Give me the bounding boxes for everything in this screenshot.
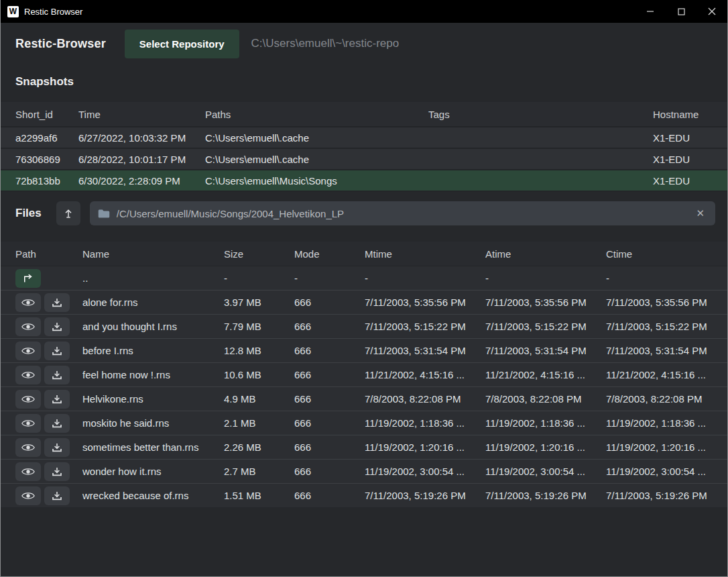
download-icon	[52, 466, 62, 477]
select-repository-button[interactable]: Select Repository	[125, 30, 239, 58]
snapshots-column-header-tags: Tags	[428, 109, 653, 120]
file-row[interactable]: wrecked because of.rns1.51 MB6667/11/200…	[1, 483, 727, 507]
download-icon	[52, 346, 62, 356]
file-row[interactable]: ..-----	[1, 266, 727, 290]
file-row-actions	[15, 390, 82, 409]
file-mode: 666	[294, 297, 365, 308]
clear-path-button[interactable]: ✕	[693, 206, 707, 221]
file-mtime: 7/11/2003, 5:19:26 PM	[365, 490, 485, 501]
repository-path: C:\Users\emuell\~\restic-repo	[251, 37, 400, 50]
snapshots-column-header-hostname: Hostname	[653, 109, 727, 120]
file-row[interactable]: wonder how it.rns2.7 MB66611/19/2002, 3:…	[1, 459, 727, 483]
file-mtime: -	[365, 272, 485, 284]
file-name: before I.rns	[82, 345, 224, 356]
file-row-actions	[15, 414, 82, 433]
app-logo-icon: W	[7, 6, 19, 17]
file-size: 7.79 MB	[224, 321, 294, 332]
download-file-button[interactable]	[44, 317, 70, 336]
current-path-input[interactable]: /C/Users/emuell/Music/Songs/2004_Helveti…	[90, 201, 715, 225]
download-icon	[52, 370, 62, 380]
file-row[interactable]: Helvikone.rns4.9 MB6667/8/2003, 8:22:08 …	[1, 386, 727, 411]
download-file-button[interactable]	[44, 486, 70, 505]
snapshot-row[interactable]: 72b813bb6/30/2022, 2:28:09 PMC:\Users\em…	[1, 170, 727, 192]
view-file-button[interactable]	[15, 438, 41, 457]
file-atime: 11/21/2002, 4:15:16 ...	[485, 369, 606, 380]
file-ctime: 11/21/2002, 4:15:16 ...	[606, 369, 727, 380]
file-row[interactable]: moskito he said.rns2.1 MB66611/19/2002, …	[1, 411, 727, 435]
file-mode: 666	[294, 417, 365, 429]
file-ctime: -	[606, 272, 727, 284]
download-file-button[interactable]	[44, 293, 70, 312]
files-column-header-mode: Mode	[294, 248, 365, 260]
file-atime: -	[485, 272, 606, 284]
files-column-header-ctime: Ctime	[606, 248, 727, 260]
eye-icon	[21, 298, 35, 307]
parent-directory-button[interactable]	[15, 269, 41, 288]
file-size: 1.51 MB	[224, 490, 294, 501]
snapshot-row[interactable]: 763068696/28/2022, 10:01:17 PMC:\Users\e…	[1, 149, 727, 170]
minimize-icon	[646, 7, 654, 15]
file-mode: 666	[294, 345, 365, 356]
file-row[interactable]: before I.rns12.8 MB6667/11/2003, 5:31:54…	[1, 338, 727, 362]
file-row[interactable]: sometimes better than.rns2.26 MB66611/19…	[1, 435, 727, 459]
snapshot-time: 6/27/2022, 10:03:32 PM	[78, 132, 205, 144]
view-file-button[interactable]	[15, 390, 41, 409]
view-file-button[interactable]	[15, 366, 41, 384]
app-title: Restic-Browser	[15, 37, 106, 51]
folder-icon	[98, 209, 110, 219]
files-column-header-path: Path	[15, 248, 82, 260]
snapshot-hostname: X1-EDU	[653, 175, 727, 187]
file-row-actions	[15, 366, 82, 384]
files-heading: Files	[15, 207, 42, 220]
view-file-button[interactable]	[15, 462, 41, 481]
file-name: ..	[82, 272, 224, 284]
file-mode: -	[294, 272, 365, 284]
maximize-button[interactable]	[666, 0, 696, 23]
snapshot-paths: C:\Users\emuell\Music\Songs	[205, 175, 428, 187]
file-size: 2.7 MB	[224, 466, 294, 477]
file-mode: 666	[294, 490, 365, 501]
view-file-button[interactable]	[15, 414, 41, 433]
files-column-header-atime: Atime	[485, 248, 606, 260]
download-file-button[interactable]	[44, 390, 70, 409]
title-bar: W Restic Browser	[1, 0, 727, 23]
file-ctime: 11/19/2002, 1:18:36 ...	[606, 417, 727, 429]
file-row-actions	[15, 342, 82, 360]
window-title: Restic Browser	[24, 7, 635, 17]
download-file-button[interactable]	[44, 366, 70, 384]
view-file-button[interactable]	[15, 486, 41, 505]
file-row-actions	[15, 462, 82, 481]
go-up-directory-button[interactable]	[56, 201, 80, 225]
eye-icon	[21, 346, 35, 356]
snapshot-time: 6/28/2022, 10:01:17 PM	[78, 154, 205, 165]
file-mode: 666	[294, 393, 365, 405]
close-button[interactable]	[696, 0, 727, 23]
download-file-button[interactable]	[44, 438, 70, 457]
download-file-button[interactable]	[44, 462, 70, 481]
snapshot-short-id: 76306869	[15, 154, 78, 165]
file-name: wrecked because of.rns	[82, 490, 224, 501]
file-mtime: 7/11/2003, 5:35:56 PM	[365, 297, 485, 308]
view-file-button[interactable]	[15, 317, 41, 336]
file-row[interactable]: alone for.rns3.97 MB6667/11/2003, 5:35:5…	[1, 290, 727, 314]
download-file-button[interactable]	[44, 342, 70, 360]
snapshot-time: 6/30/2022, 2:28:09 PM	[78, 175, 205, 187]
file-size: 10.6 MB	[224, 369, 294, 380]
file-row[interactable]: and you thought I.rns7.79 MB6667/11/2003…	[1, 314, 727, 338]
download-file-button[interactable]	[44, 414, 70, 433]
file-atime: 11/19/2002, 1:20:16 ...	[485, 441, 606, 453]
file-mode: 666	[294, 369, 365, 380]
file-row[interactable]: feel home now !.rns10.6 MB66611/21/2002,…	[1, 362, 727, 386]
view-file-button[interactable]	[15, 293, 41, 312]
view-file-button[interactable]	[15, 342, 41, 360]
minimize-button[interactable]	[635, 0, 666, 23]
download-icon	[52, 394, 62, 405]
snapshot-row[interactable]: a2299af66/27/2022, 10:03:32 PMC:\Users\e…	[1, 127, 727, 149]
download-icon	[52, 490, 62, 501]
download-icon	[52, 297, 62, 308]
snapshot-short-id: a2299af6	[15, 132, 78, 144]
file-row-actions	[15, 486, 82, 505]
file-atime: 7/11/2003, 5:31:54 PM	[485, 345, 606, 356]
file-row-actions	[15, 317, 82, 336]
files-table-header: PathNameSizeModeMtimeAtimeCtime	[1, 242, 727, 266]
